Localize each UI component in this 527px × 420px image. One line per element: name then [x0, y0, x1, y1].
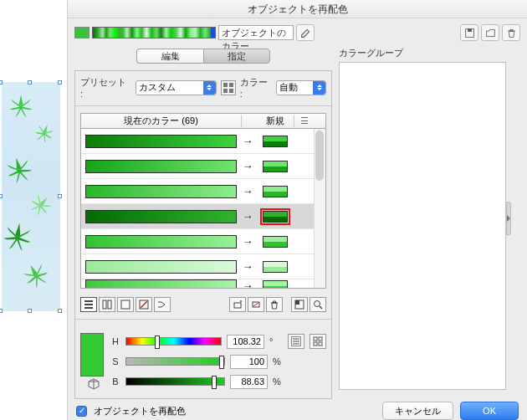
link-sliders-icon[interactable] [288, 334, 304, 349]
preset-value: カスタム [139, 81, 176, 94]
th-new[interactable]: 新規 [257, 115, 294, 127]
color-groups-label: カラーグループ [339, 47, 506, 59]
handle-top-right[interactable] [58, 80, 62, 85]
save-group-button[interactable] [460, 24, 478, 41]
canvas-selection[interactable] [0, 82, 60, 311]
exclude-icon[interactable] [136, 297, 152, 312]
table-scrollbar[interactable] [314, 129, 325, 288]
magnify-icon[interactable] [310, 297, 326, 312]
arrow-icon[interactable]: → [240, 279, 255, 288]
tab-edit[interactable]: 編集 [136, 49, 203, 64]
arrow-icon[interactable]: → [240, 235, 255, 248]
svg-rect-18 [295, 300, 299, 305]
arrow-icon[interactable]: → [240, 260, 255, 273]
ok-button[interactable]: OK [460, 402, 519, 420]
color-bar[interactable] [85, 135, 237, 148]
new-color-chip[interactable] [263, 280, 288, 289]
artwork-preview [2, 82, 60, 311]
delete-group-button[interactable] [502, 24, 520, 41]
arrow-icon[interactable]: → [240, 210, 255, 223]
edit-icon-button[interactable] [296, 24, 315, 41]
new-color-chip[interactable] [263, 136, 288, 147]
color-bar[interactable] [85, 185, 237, 198]
scroll-thumb[interactable] [315, 131, 324, 181]
color-mode-icon[interactable] [310, 334, 326, 349]
view-list-icon[interactable] [80, 297, 97, 312]
new-group-button[interactable] [481, 24, 499, 41]
new-color-chip[interactable] [263, 161, 288, 172]
handle-top-left[interactable] [0, 80, 3, 85]
cancel-button[interactable]: キャンセル [382, 402, 453, 420]
arrow-icon[interactable]: → [240, 160, 255, 172]
color-mode-value: 自動 [279, 81, 298, 94]
hue-field[interactable]: 108.32 [227, 335, 264, 349]
hue-slider[interactable] [125, 337, 222, 346]
view-single-icon[interactable] [117, 297, 134, 312]
arrow-icon[interactable]: → [240, 135, 255, 147]
handle-mid-top[interactable] [28, 80, 32, 85]
handle-bottom-left[interactable] [0, 309, 3, 313]
trash-icon[interactable] [266, 297, 283, 312]
degree-unit: ° [269, 336, 279, 346]
color-bar[interactable] [85, 160, 237, 173]
svg-rect-4 [223, 89, 228, 93]
svg-line-20 [320, 306, 322, 309]
dialog-title: オブジェクトを再配色 [68, 0, 527, 18]
new-color-chip[interactable] [263, 186, 288, 197]
colorize-grid-icon[interactable] [221, 80, 236, 95]
sat-slider[interactable] [125, 357, 225, 366]
exclude-row-icon[interactable] [248, 297, 264, 312]
th-current[interactable]: 現在のカラー (69) [81, 115, 242, 127]
color-spectrum-bar[interactable] [92, 27, 216, 38]
mode-tabs: 編集 指定 [74, 49, 332, 64]
arrow-icon[interactable]: → [240, 185, 255, 197]
object-color-field[interactable]: オブジェクトのカラー [218, 25, 294, 40]
new-color-chip[interactable] [263, 261, 288, 273]
merge-icon[interactable] [154, 297, 171, 312]
hsb-color-swatch[interactable] [80, 333, 104, 376]
bri-slider[interactable] [125, 377, 225, 386]
view-split-icon[interactable] [99, 297, 115, 312]
pct-unit: % [273, 376, 283, 387]
handle-mid-bottom[interactable] [28, 309, 32, 313]
handle-bottom-right[interactable] [58, 309, 62, 313]
color-groups-area[interactable] [339, 62, 506, 390]
expand-handle[interactable] [506, 202, 511, 235]
svg-line-16 [253, 303, 258, 306]
color-mode-select[interactable]: 自動 [276, 80, 326, 95]
svg-line-13 [141, 301, 147, 308]
color-bar[interactable] [85, 210, 237, 223]
tab-assign[interactable]: 指定 [203, 49, 270, 64]
table-row[interactable]: → [81, 204, 325, 229]
handle-mid-left[interactable] [0, 194, 3, 198]
new-color-chip[interactable] [263, 211, 288, 223]
color-bar[interactable] [85, 260, 237, 274]
svg-rect-11 [121, 300, 130, 309]
new-row-icon[interactable] [229, 297, 246, 312]
table-row[interactable]: → [81, 154, 325, 179]
table-row[interactable]: → [81, 129, 325, 154]
table-row[interactable]: → [81, 229, 325, 254]
color-cube-icon[interactable] [88, 378, 100, 390]
table-options-menu[interactable]: ☰ [294, 115, 314, 126]
current-artwork-swatch[interactable] [74, 27, 90, 38]
table-row[interactable]: → [81, 279, 325, 288]
color-bar[interactable] [85, 279, 237, 289]
table-row[interactable]: → [81, 179, 325, 204]
recolor-checkbox[interactable] [76, 406, 87, 417]
caret-icon [313, 81, 325, 95]
bri-field[interactable]: 88.63 [230, 375, 268, 389]
svg-rect-25 [319, 342, 322, 346]
svg-rect-7 [84, 304, 93, 305]
svg-rect-10 [108, 300, 111, 309]
handle-mid-right[interactable] [58, 194, 62, 198]
s-label: S [110, 356, 120, 366]
new-color-chip[interactable] [263, 236, 288, 248]
recolor-checkbox-label[interactable]: オブジェクトを再配色 [94, 405, 186, 417]
sat-field[interactable]: 100 [230, 355, 268, 369]
table-row[interactable]: → [81, 254, 325, 279]
preset-select[interactable]: カスタム [136, 80, 217, 95]
swatch-picker-icon[interactable] [291, 297, 308, 312]
color-bar[interactable] [85, 235, 237, 248]
svg-rect-1 [468, 28, 472, 31]
